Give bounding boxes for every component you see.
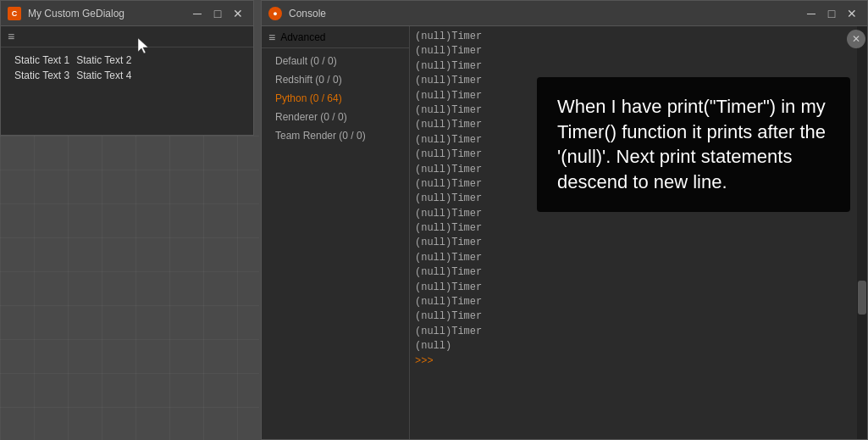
console-window-title: Console: [289, 8, 796, 19]
console-minimize-button[interactable]: ─: [803, 5, 820, 22]
sidebar-item-default[interactable]: Default (0 / 0): [262, 52, 409, 70]
left-window-title: My Custom GeDialog: [28, 8, 182, 19]
advanced-menu-bar: ≡ Advanced: [262, 26, 409, 48]
output-line: (null)Timer: [415, 192, 852, 206]
background-area: [0, 136, 259, 440]
static-text-1: Static Text 1: [14, 54, 69, 66]
output-line: (null)Timer: [415, 89, 852, 103]
console-window: ● Console ─ □ ✕ ≡ Advanced Default (0 / …: [261, 0, 868, 440]
output-line: (null)Timer: [415, 103, 852, 118]
minimize-button[interactable]: ─: [189, 5, 206, 22]
output-line: (null)Timer: [415, 295, 852, 309]
output-line: (null)Timer: [415, 207, 852, 221]
output-line: (null)Timer: [415, 221, 852, 236]
sidebar-item-renderer[interactable]: Renderer (0 / 0): [262, 108, 409, 126]
output-line: (null)Timer: [415, 265, 852, 280]
close-button[interactable]: ✕: [229, 5, 246, 22]
output-line: (null)Timer: [415, 309, 852, 324]
console-menu-items: Default (0 / 0) Redshift (0 / 0) Python …: [262, 48, 409, 148]
output-line: (null)Timer: [415, 281, 852, 295]
sidebar-item-python[interactable]: Python (0 / 64): [262, 89, 409, 108]
output-close-button[interactable]: ✕: [847, 30, 865, 48]
sidebar-item-team-render[interactable]: Team Render (0 / 0): [262, 126, 409, 145]
left-window: C My Custom GeDialog ─ □ ✕ ≡ Static Text…: [0, 0, 254, 136]
output-line: (null)Timer: [415, 118, 852, 132]
console-hamburger-icon[interactable]: ≡: [268, 31, 275, 44]
advanced-label: Advanced: [280, 31, 325, 43]
scrollbar-thumb[interactable]: [858, 281, 866, 315]
scrollbar-track[interactable]: [857, 26, 867, 439]
left-window-content: Static Text 1 Static Text 2 Static Text …: [1, 47, 253, 135]
output-line: (null)Timer: [415, 251, 852, 265]
output-line: (null)Timer: [415, 59, 852, 74]
hamburger-icon[interactable]: ≡: [8, 30, 14, 43]
console-output-area: (null)Timer (null)Timer (null)Timer (nul…: [410, 26, 867, 439]
console-maximize-button[interactable]: □: [823, 5, 840, 22]
output-line: (null)Timer: [415, 44, 852, 58]
sidebar-item-redshift[interactable]: Redshift (0 / 0): [262, 70, 409, 89]
console-body: ≡ Advanced Default (0 / 0) Redshift (0 /…: [262, 26, 867, 439]
console-output-close[interactable]: ✕: [847, 30, 865, 48]
static-text-row-2: Static Text 3 Static Text 4: [8, 68, 246, 83]
left-window-icon: C: [8, 7, 21, 20]
console-window-icon: ●: [268, 7, 282, 20]
output-line: (null)Timer: [415, 177, 852, 192]
static-text-row-1: Static Text 1 Static Text 2: [8, 53, 246, 68]
console-prompt[interactable]: >>>: [415, 354, 852, 369]
output-line: (null)Timer: [415, 74, 852, 88]
console-left-panel: ≡ Advanced Default (0 / 0) Redshift (0 /…: [262, 26, 410, 439]
console-output[interactable]: (null)Timer (null)Timer (null)Timer (nul…: [410, 26, 857, 439]
output-line: (null)Timer: [415, 148, 852, 162]
output-line: (null)Timer: [415, 133, 852, 148]
output-line: (null): [415, 339, 852, 354]
console-window-controls: ─ □ ✕: [803, 5, 860, 22]
left-menu-bar: ≡: [1, 26, 253, 47]
left-titlebar: C My Custom GeDialog ─ □ ✕: [1, 1, 253, 26]
left-window-controls: ─ □ ✕: [189, 5, 246, 22]
output-line: (null)Timer: [415, 163, 852, 177]
static-text-2: Static Text 2: [76, 54, 131, 66]
output-line: (null)Timer: [415, 30, 852, 44]
maximize-button[interactable]: □: [209, 5, 226, 22]
static-text-3: Static Text 3: [14, 70, 69, 81]
static-text-4: Static Text 4: [76, 70, 131, 81]
console-titlebar: ● Console ─ □ ✕: [262, 1, 867, 26]
console-close-button[interactable]: ✕: [843, 5, 860, 22]
output-line: (null)Timer: [415, 325, 852, 339]
output-line: (null)Timer: [415, 236, 852, 250]
